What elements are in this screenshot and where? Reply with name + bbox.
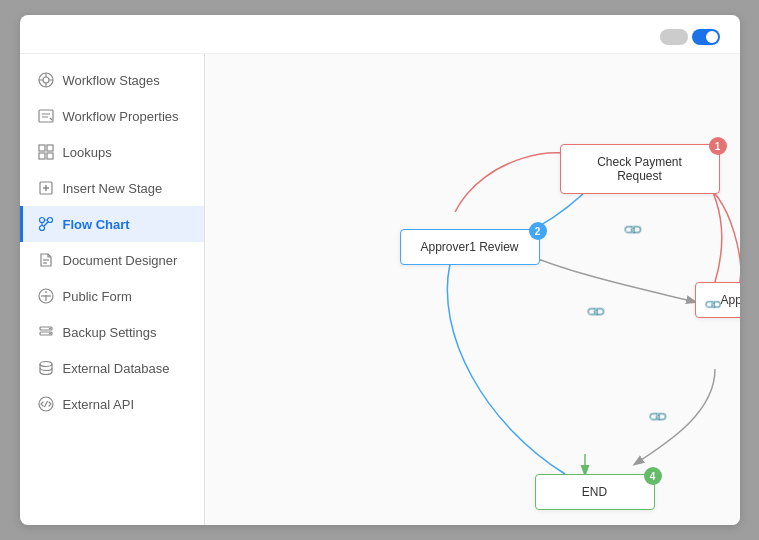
sidebar-label-public-form: Public Form — [63, 289, 132, 304]
badge-2: 2 — [529, 222, 547, 240]
sidebar-label-workflow-properties: Workflow Properties — [63, 109, 179, 124]
sidebar-label-external-database: External Database — [63, 361, 170, 376]
svg-line-34 — [44, 401, 47, 407]
flowchart-icon — [37, 215, 55, 233]
node-label-check-payment: Check Payment Request — [597, 155, 682, 183]
node-end[interactable]: END 4 — [535, 474, 655, 510]
svg-rect-11 — [39, 153, 45, 159]
svg-point-17 — [47, 218, 52, 223]
lookups-icon — [37, 143, 55, 161]
svg-rect-9 — [39, 145, 45, 151]
sidebar-item-external-database[interactable]: External Database — [20, 350, 204, 386]
svg-point-18 — [39, 226, 44, 231]
database-icon — [37, 359, 55, 377]
flow-arrows — [205, 54, 740, 525]
api-icon — [37, 395, 55, 413]
sidebar-item-lookups[interactable]: Lookups — [20, 134, 204, 170]
svg-point-32 — [40, 362, 52, 367]
svg-rect-10 — [47, 145, 53, 151]
sidebar-item-insert-new-stage[interactable]: Insert New Stage — [20, 170, 204, 206]
svg-point-16 — [39, 218, 44, 223]
sidebar-item-workflow-properties[interactable]: Workflow Properties — [20, 98, 204, 134]
sidebar-item-public-form[interactable]: Public Form — [20, 278, 204, 314]
node-approver1[interactable]: Approver1 Review 2 — [400, 229, 540, 265]
sidebar-label-flow-chart: Flow Chart — [63, 217, 130, 232]
badge-1: 1 — [709, 137, 727, 155]
node-label-approver2: Approver2 Review — [720, 293, 739, 307]
insert-icon — [37, 179, 55, 197]
svg-point-30 — [49, 328, 51, 330]
sidebar-item-backup-settings[interactable]: Backup Settings — [20, 314, 204, 350]
svg-rect-12 — [47, 153, 53, 159]
sidebar-item-flow-chart[interactable]: Flow Chart — [20, 206, 204, 242]
sidebar-label-lookups: Lookups — [63, 145, 112, 160]
svg-line-21 — [44, 222, 48, 226]
node-label-end: END — [582, 485, 607, 499]
sidebar-label-document-designer: Document Designer — [63, 253, 178, 268]
toggle-on[interactable] — [692, 29, 720, 45]
node-label-approver1: Approver1 Review — [420, 240, 518, 254]
node-approver2[interactable]: Approver2 Review 3 🔗 — [695, 282, 740, 318]
link-icon-1: 🔗 — [622, 219, 644, 241]
backup-icon — [37, 323, 55, 341]
sidebar-item-document-designer[interactable]: Document Designer — [20, 242, 204, 278]
sidebar-item-workflow-stages[interactable]: Workflow Stages — [20, 62, 204, 98]
properties-icon — [37, 107, 55, 125]
toggle-off[interactable] — [660, 29, 688, 45]
sidebar-label-backup-settings: Backup Settings — [63, 325, 157, 340]
body: Workflow StagesWorkflow PropertiesLookup… — [20, 54, 740, 525]
svg-rect-6 — [39, 110, 53, 122]
canvas-area: Check Payment Request 1 Approver1 Review… — [205, 54, 740, 525]
svg-point-1 — [43, 77, 49, 83]
header — [20, 15, 740, 54]
sidebar-label-insert-new-stage: Insert New Stage — [63, 181, 163, 196]
toggle-container[interactable] — [660, 29, 720, 45]
badge-4: 4 — [644, 467, 662, 485]
link-icon-3: 🔗 — [647, 406, 669, 428]
stages-icon — [37, 71, 55, 89]
form-icon — [37, 287, 55, 305]
svg-point-31 — [49, 333, 51, 335]
document-icon — [37, 251, 55, 269]
sidebar: Workflow StagesWorkflow PropertiesLookup… — [20, 54, 205, 525]
main-container: Workflow StagesWorkflow PropertiesLookup… — [20, 15, 740, 525]
sidebar-label-workflow-stages: Workflow Stages — [63, 73, 160, 88]
node-check-payment[interactable]: Check Payment Request 1 — [560, 144, 720, 194]
sidebar-item-external-api[interactable]: External API — [20, 386, 204, 422]
sidebar-label-external-api: External API — [63, 397, 135, 412]
link-icon-2: 🔗 — [585, 301, 607, 323]
